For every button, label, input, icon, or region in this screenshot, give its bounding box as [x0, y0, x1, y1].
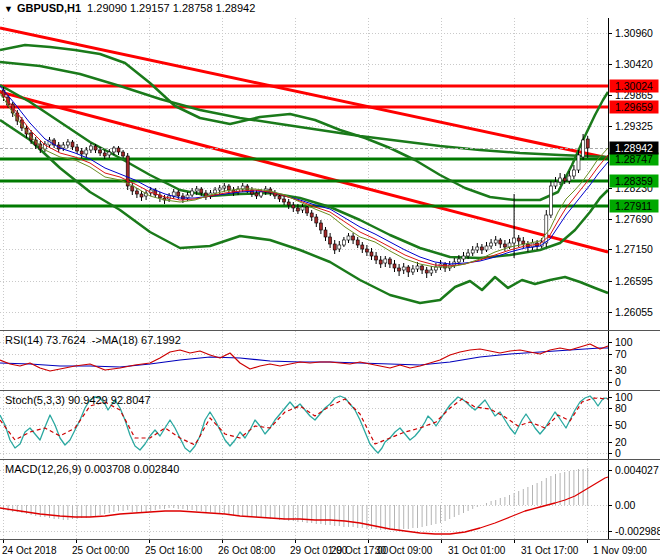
axis-label: 1.29325 — [615, 120, 653, 132]
candle-bear — [517, 238, 520, 241]
candle-bear — [356, 240, 359, 245]
main-chart-canvas[interactable]: 1.309601.304201.298651.293251.282301.276… — [0, 18, 660, 331]
axis-label: 70 — [615, 348, 627, 360]
candle-bull — [568, 176, 571, 181]
candle-bear — [76, 147, 79, 151]
candle-bull — [172, 192, 175, 196]
candle-bear — [324, 230, 327, 237]
candle-bear — [310, 213, 313, 217]
candle-bear — [94, 146, 97, 150]
candle-bear — [388, 259, 391, 264]
axis-label: 1.27150 — [615, 243, 653, 255]
candle-bear — [306, 207, 309, 213]
axis-label: 50 — [615, 419, 627, 431]
candle-bear — [480, 247, 483, 250]
candle-bull — [476, 247, 479, 250]
candle-bear — [375, 256, 378, 260]
time-label: 30 Oct 09:00 — [375, 545, 433, 556]
price-badge-label: 1.28359 — [615, 175, 653, 187]
candle-bear — [80, 151, 83, 154]
candle-bear — [319, 223, 322, 230]
stoch-pane-label: Stoch(5,3,3) 90.9429 92.8047 — [5, 394, 151, 406]
chart-window: ▼GBPUSD,H11.29090 1.29157 1.28758 1.2894… — [0, 0, 660, 560]
price-badge-label: 1.28942 — [615, 142, 653, 154]
axis-label: 80 — [615, 402, 627, 414]
candle-bull — [471, 250, 474, 253]
rsi-pane-label: RSI(14) 73.7624 ->MA(18) 67.1992 — [5, 334, 181, 346]
candle-bear — [117, 148, 120, 152]
candle-bull — [195, 189, 198, 191]
bollinger-upper — [0, 45, 608, 200]
time-label: 1 Nov 09:00 — [593, 545, 647, 556]
axis-label: 100 — [615, 336, 633, 348]
rsi-line — [0, 344, 608, 371]
time-label: 25 Oct 00:00 — [72, 545, 130, 556]
chevron-down-icon[interactable]: ▼ — [4, 1, 13, 18]
candle-bear — [503, 244, 506, 247]
candle-bear — [227, 186, 230, 190]
axis-label: 1.30420 — [615, 58, 653, 70]
candle-bull — [572, 170, 575, 176]
candle-bull — [218, 188, 221, 190]
candle-bear — [329, 237, 332, 244]
candle-bear — [333, 244, 336, 250]
candle-bull — [62, 145, 65, 148]
candle-bull — [513, 238, 516, 243]
candle-bear — [255, 193, 258, 196]
trendline — [0, 92, 608, 252]
axis-label: -0.002988 — [615, 525, 660, 537]
candle-bear — [421, 266, 424, 270]
candle-bull — [494, 240, 497, 243]
candle-bear — [71, 142, 74, 147]
candle-bull — [214, 190, 217, 193]
candle-bull — [430, 270, 433, 273]
candle-bull — [384, 259, 387, 263]
candle-bear — [135, 191, 138, 194]
axis-label: 1.30960 — [615, 27, 653, 39]
candle-bull — [301, 207, 304, 210]
time-label: 31 Oct 17:00 — [521, 545, 579, 556]
candle-bear — [563, 178, 566, 181]
candle-bear — [140, 194, 143, 197]
candle-bear — [352, 236, 355, 240]
candle-bull — [260, 192, 263, 196]
candle-bear — [177, 192, 180, 196]
candle-bear — [103, 153, 106, 156]
candle-bull — [577, 155, 580, 170]
price-badge-label: 1.29659 — [615, 101, 653, 113]
candle-bear — [278, 196, 281, 199]
candle-bull — [411, 269, 414, 272]
candle-bear — [200, 189, 203, 193]
trendline — [0, 28, 608, 158]
candle-bull — [416, 266, 419, 269]
axis-label: 0 — [615, 447, 621, 459]
axis-label: 0.004027 — [615, 464, 659, 476]
axis-label: 0 — [615, 376, 621, 388]
candle-bull — [559, 178, 562, 182]
candle-bull — [467, 253, 470, 256]
candle-bull — [582, 140, 585, 157]
candle-bull — [338, 245, 341, 249]
time-label: 31 Oct 01:00 — [448, 545, 506, 556]
candle-bull — [342, 240, 345, 245]
time-label: 25 Oct 16:00 — [145, 545, 203, 556]
symbol-period-label: GBPUSD,H1 — [17, 2, 81, 14]
candle-bear — [296, 208, 299, 211]
candle-bull — [549, 186, 552, 215]
fast-ma-blue — [0, 86, 608, 264]
candle-bull — [191, 191, 194, 195]
price-badge-label: 1.27911 — [615, 200, 652, 212]
candle-bull — [112, 148, 115, 152]
candle-bear — [365, 249, 368, 252]
main-chart-pane[interactable]: 1.309601.304201.298651.293251.282301.276… — [0, 18, 660, 331]
candle-bear — [586, 139, 589, 148]
candle-bull — [457, 259, 460, 262]
time-axis: 24 Oct 201825 Oct 00:0025 Oct 16:0026 Oc… — [0, 540, 660, 560]
price-badge-label: 1.30024 — [615, 80, 653, 92]
time-axis-canvas: 24 Oct 201825 Oct 00:0025 Oct 16:0026 Oc… — [0, 540, 660, 560]
candle-bear — [370, 252, 373, 256]
candle-bull — [223, 186, 226, 188]
axis-label: 30 — [615, 364, 627, 376]
time-label: 26 Oct 08:00 — [218, 545, 276, 556]
candle-bear — [361, 245, 364, 249]
